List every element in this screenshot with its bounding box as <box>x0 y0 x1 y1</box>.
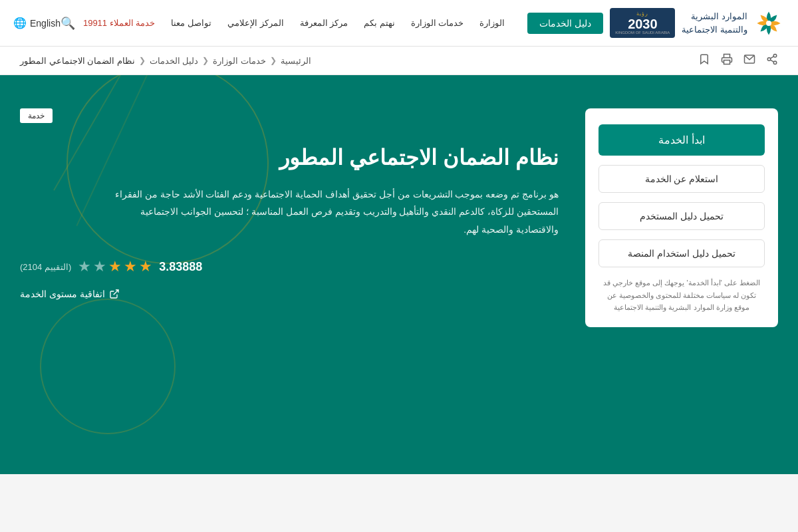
breadcrumb-home[interactable]: الرئيسية <box>281 56 311 66</box>
vision-logo: رؤية 2030 KINGDOM OF SAUDI ARABIA <box>610 8 675 38</box>
breadcrumb-sep-1: ❮ <box>270 56 277 65</box>
print-icon <box>721 53 733 65</box>
star-5: ★ <box>139 258 152 275</box>
action-icons <box>698 53 778 68</box>
svg-point-1 <box>773 55 777 58</box>
breadcrumb-service-guide[interactable]: دليل الخدمات <box>150 56 199 66</box>
sla-link[interactable]: اتفاقية مستوى الخدمة <box>20 289 120 299</box>
start-service-button[interactable]: ابدأ الخدمة <box>598 124 765 156</box>
org-name: الموارد البشرية والتنمية الاجتماعية <box>682 10 747 36</box>
svg-point-2 <box>767 58 771 61</box>
rating-area: 3.83888 ★ ★ ★ ★ ★ (التقييم 2104) <box>20 258 559 275</box>
breadcrumb-sep-3: ❮ <box>139 56 146 65</box>
download-platform-guide-button[interactable]: تحميل دليل استخدام المنصة <box>598 239 765 267</box>
nav-search-btn[interactable]: 🔍 <box>61 16 75 31</box>
email-button[interactable] <box>743 53 755 68</box>
org-logo: الموارد البشرية والتنمية الاجتماعية <box>682 7 785 39</box>
svg-line-5 <box>770 57 773 59</box>
service-card: ابدأ الخدمة استعلام عن الخدمة تحميل دليل… <box>585 108 778 327</box>
svg-line-4 <box>770 60 773 62</box>
nav-item-ministry-services[interactable]: خدمات الوزارة <box>403 18 472 28</box>
nav-item-media[interactable]: المركز الإعلامي <box>219 18 292 28</box>
nav-item-ministry[interactable]: الوزارة <box>471 18 513 28</box>
svg-point-3 <box>773 61 777 65</box>
logo-area: الموارد البشرية والتنمية الاجتماعية رؤية… <box>527 7 785 39</box>
email-icon <box>743 53 755 65</box>
star-1: ★ <box>78 258 91 275</box>
main-header: الموارد البشرية والتنمية الاجتماعية رؤية… <box>0 0 798 47</box>
service-info: خدمة نظام الضمان الاجتماعي المطور هو برن… <box>20 102 559 299</box>
nav-lang-btn[interactable]: English 🌐 <box>13 17 61 29</box>
nav-menu: الوزارة خدمات الوزارة نهتم بكم مركز المع… <box>13 16 513 31</box>
main-content: ابدأ الخدمة استعلام عن الخدمة تحميل دليل… <box>0 75 798 474</box>
download-user-guide-button[interactable]: تحميل دليل المستخدم <box>598 202 765 230</box>
bookmark-icon <box>698 53 710 65</box>
language-button[interactable]: English 🌐 <box>13 17 61 29</box>
rating-count: (التقييم 2104) <box>20 262 71 272</box>
service-title: نظام الضمان الاجتماعي المطور <box>20 144 559 172</box>
inquiry-button[interactable]: استعلام عن الخدمة <box>598 165 765 193</box>
external-link-icon <box>109 289 120 299</box>
main-nav: الوزارة خدمات الوزارة نهتم بكم مركز المع… <box>13 16 513 31</box>
nav-item-knowledge[interactable]: مركز المعرفة <box>292 18 356 28</box>
breadcrumb: الرئيسية ❮ خدمات الوزارة ❮ دليل الخدمات … <box>20 56 311 66</box>
star-3: ★ <box>108 258 122 275</box>
svg-point-0 <box>766 21 771 26</box>
share-icon <box>766 53 778 65</box>
org-icon <box>753 7 785 39</box>
nav-item-care[interactable]: نهتم بكم <box>356 18 403 28</box>
service-badge: خدمة <box>20 108 53 123</box>
breadcrumb-sep-2: ❮ <box>202 56 209 65</box>
stars-container: ★ ★ ★ ★ ★ <box>78 258 152 275</box>
breadcrumb-bar: الرئيسية ❮ خدمات الوزارة ❮ دليل الخدمات … <box>0 47 798 75</box>
svg-line-8 <box>113 290 118 295</box>
service-description: هو برنامج تم وضعه بموجب التشريعات من أجل… <box>106 186 559 239</box>
sla-label: اتفاقية مستوى الخدمة <box>20 289 105 299</box>
breadcrumb-current: نظام الضمان الاجتماعي المطور <box>20 56 135 66</box>
print-button[interactable] <box>721 53 733 68</box>
nav-item-customer-service[interactable]: خدمة العملاء 19911 <box>75 18 163 28</box>
rating-score: 3.83888 <box>159 260 202 274</box>
nav-item-contact[interactable]: تواصل معنا <box>163 18 219 28</box>
star-2: ★ <box>93 258 106 275</box>
service-guide-button[interactable]: دليل الخدمات <box>527 13 603 34</box>
star-4: ★ <box>124 258 137 275</box>
header-right: الموارد البشرية والتنمية الاجتماعية رؤية… <box>527 7 785 39</box>
card-note: الضغط على 'ابدأ الخدمة' يوجهك إلى موقع خ… <box>598 277 765 314</box>
breadcrumb-ministry-services[interactable]: خدمات الوزارة <box>213 56 266 66</box>
bookmark-button[interactable] <box>698 53 710 68</box>
search-icon-button[interactable]: 🔍 <box>61 16 75 31</box>
svg-rect-7 <box>724 61 730 65</box>
globe-icon: 🌐 <box>13 17 27 29</box>
share-button[interactable] <box>766 53 778 68</box>
